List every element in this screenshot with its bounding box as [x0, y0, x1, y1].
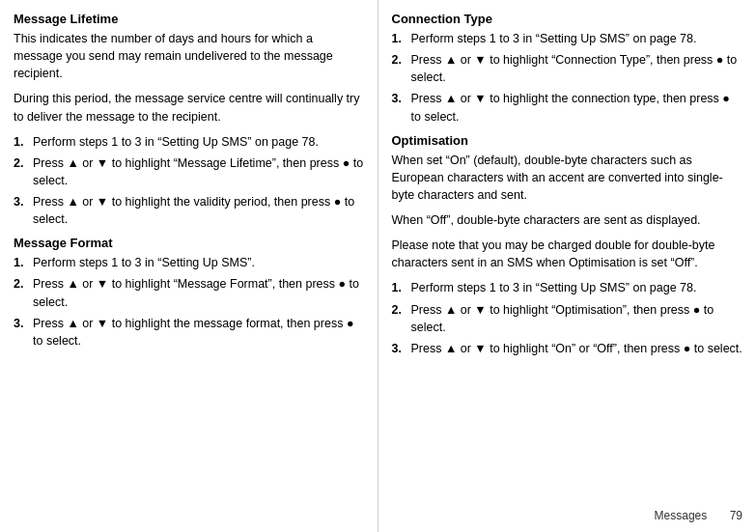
step-text: Press ▲ or ▼ to highlight “Connection Ty… [411, 51, 743, 86]
step-text: Press ▲ or ▼ to highlight “Message Forma… [33, 275, 364, 310]
list-item: 1. Perform steps 1 to 3 in “Setting Up S… [14, 133, 364, 151]
message-format-title: Message Format [14, 236, 364, 250]
connection-type-title: Connection Type [392, 12, 743, 26]
step-text: Press ▲ or ▼ to highlight “Optimisation”… [411, 301, 743, 336]
page-footer: Messages 79 [655, 509, 742, 522]
message-lifetime-steps: 1. Perform steps 1 to 3 in “Setting Up S… [14, 133, 364, 229]
footer-page-number: 79 [730, 509, 742, 522]
list-item: 1. Perform steps 1 to 3 in “Setting Up S… [392, 30, 743, 47]
list-item: 3. Press ▲ or ▼ to highlight the validit… [14, 193, 364, 228]
optimisation-body3: Please note that you may be charged doub… [392, 237, 743, 271]
optimisation-steps: 1. Perform steps 1 to 3 in “Setting Up S… [392, 279, 743, 357]
step-text: Press ▲ or ▼ to highlight the validity p… [33, 193, 364, 228]
step-text: Press ▲ or ▼ to highlight the message fo… [33, 315, 364, 350]
footer-label: Messages [655, 509, 708, 522]
list-item: 3. Press ▲ or ▼ to highlight “On” or “Of… [392, 340, 743, 357]
message-lifetime-body2: During this period, the message service … [14, 90, 364, 125]
connection-type-section: Connection Type 1. Perform steps 1 to 3 … [392, 12, 743, 126]
left-column: Message Lifetime This indicates the numb… [0, 0, 378, 532]
step-text: Perform steps 1 to 3 in “Setting Up SMS”… [411, 279, 743, 296]
optimisation-body2: When “Off”, double-byte characters are s… [392, 211, 743, 229]
message-format-section: Message Format 1. Perform steps 1 to 3 i… [14, 236, 364, 350]
message-format-steps: 1. Perform steps 1 to 3 in “Setting Up S… [14, 254, 364, 350]
list-item: 3. Press ▲ or ▼ to highlight the connect… [392, 90, 743, 125]
step-text: Perform steps 1 to 3 in “Setting Up SMS”… [411, 30, 743, 47]
optimisation-section: Optimisation When set “On” (default), do… [392, 133, 743, 357]
right-column: Connection Type 1. Perform steps 1 to 3 … [378, 0, 757, 532]
list-item: 1. Perform steps 1 to 3 in “Setting Up S… [14, 254, 364, 271]
list-item: 3. Press ▲ or ▼ to highlight the message… [14, 315, 364, 350]
step-text: Press ▲ or ▼ to highlight the connection… [411, 90, 743, 125]
list-item: 1. Perform steps 1 to 3 in “Setting Up S… [392, 279, 743, 296]
message-lifetime-body1: This indicates the number of days and ho… [14, 30, 364, 82]
connection-type-steps: 1. Perform steps 1 to 3 in “Setting Up S… [392, 30, 743, 126]
list-item: 2. Press ▲ or ▼ to highlight “Connection… [392, 51, 743, 86]
step-text: Perform steps 1 to 3 in “Setting Up SMS”… [33, 133, 364, 151]
optimisation-title: Optimisation [392, 133, 743, 148]
optimisation-body1: When set “On” (default), double-byte cha… [392, 152, 743, 204]
message-lifetime-title: Message Lifetime [14, 12, 364, 26]
step-text: Press ▲ or ▼ to highlight “Message Lifet… [33, 154, 364, 189]
message-lifetime-section: Message Lifetime This indicates the numb… [14, 12, 364, 228]
step-text: Perform steps 1 to 3 in “Setting Up SMS”… [33, 254, 364, 271]
list-item: 2. Press ▲ or ▼ to highlight “Message Fo… [14, 275, 364, 310]
list-item: 2. Press ▲ or ▼ to highlight “Message Li… [14, 154, 364, 189]
list-item: 2. Press ▲ or ▼ to highlight “Optimisati… [392, 301, 743, 336]
step-text: Press ▲ or ▼ to highlight “On” or “Off”,… [411, 340, 743, 357]
